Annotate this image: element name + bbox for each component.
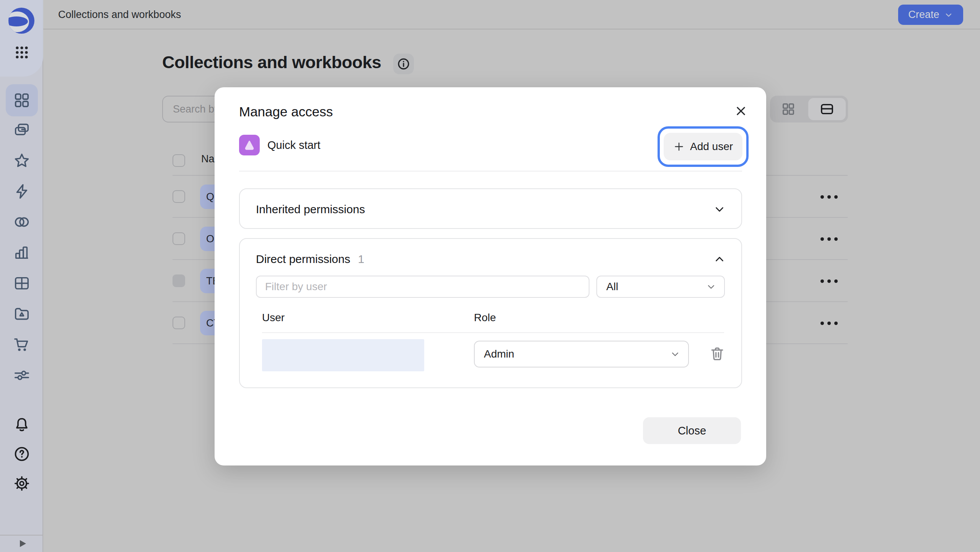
chevron-down-icon xyxy=(944,10,953,20)
sidebar-item-folder-cloud-icon[interactable] xyxy=(13,305,31,323)
apps-grid-icon[interactable] xyxy=(14,45,29,60)
role-select-value: Admin xyxy=(475,348,670,360)
chevron-down-icon xyxy=(706,281,716,292)
modal-title: Manage access xyxy=(239,104,333,119)
inherited-permissions-title: Inherited permissions xyxy=(256,203,365,216)
help-icon[interactable] xyxy=(13,445,31,463)
gear-icon[interactable] xyxy=(13,475,31,492)
sidebar-item-table-icon[interactable] xyxy=(13,274,31,292)
permission-type-select[interactable]: All xyxy=(596,276,725,298)
filter-by-user-input[interactable] xyxy=(256,276,589,298)
sidebar-item-linked-circles-icon[interactable] xyxy=(13,213,31,231)
sidebar-item-collections-grid-icon[interactable] xyxy=(13,91,31,109)
row-menu-ellipsis-icon[interactable] xyxy=(820,234,847,244)
direct-permissions-title: Direct permissions1 xyxy=(256,253,364,266)
close-button[interactable]: Close xyxy=(643,417,741,444)
role-column-header: Role xyxy=(474,312,496,324)
permission-type-select-value: All xyxy=(597,281,706,293)
sidebar-item-favorites-star-icon[interactable] xyxy=(13,152,31,170)
view-toggle xyxy=(770,96,848,122)
row-checkbox[interactable] xyxy=(173,232,185,245)
datalens-logo-icon[interactable] xyxy=(8,7,35,34)
workbook-icon xyxy=(239,135,260,155)
row-checkbox[interactable] xyxy=(173,317,185,329)
row-checkbox[interactable] xyxy=(173,274,185,287)
list-view-active-segment[interactable] xyxy=(808,98,846,120)
direct-permissions-count: 1 xyxy=(358,253,365,265)
plus-icon xyxy=(673,141,685,152)
inherited-permissions-panel[interactable]: Inherited permissions xyxy=(239,188,742,229)
sidebar-item-lightning-icon[interactable] xyxy=(13,183,31,200)
topbar: Collections and workbooks Create xyxy=(43,0,980,29)
manage-access-modal: Manage access Quick start Add user Inher… xyxy=(215,87,766,465)
sidebar xyxy=(0,0,43,552)
row-checkbox[interactable] xyxy=(173,190,185,203)
grid-view-icon[interactable] xyxy=(781,101,796,117)
close-icon[interactable] xyxy=(732,102,750,120)
user-column-header: User xyxy=(262,312,285,324)
create-button[interactable]: Create xyxy=(898,5,963,25)
row-menu-ellipsis-icon[interactable] xyxy=(820,191,847,202)
modal-divider xyxy=(239,171,742,171)
direct-permissions-panel: Direct permissions1 All User Role Admin xyxy=(239,238,742,388)
create-button-label: Create xyxy=(908,9,939,21)
row-menu-ellipsis-icon[interactable] xyxy=(820,276,847,286)
add-user-button[interactable]: Add user xyxy=(664,133,742,160)
role-select[interactable]: Admin xyxy=(474,341,689,367)
sidebar-item-cart-icon[interactable] xyxy=(13,336,31,353)
entity-name: Quick start xyxy=(267,135,321,155)
chevron-down-icon xyxy=(670,349,680,359)
bell-icon[interactable] xyxy=(13,416,31,434)
user-name-redacted xyxy=(262,339,424,371)
page-title: Collections and workbooks xyxy=(162,52,381,72)
trash-icon[interactable] xyxy=(709,345,726,362)
expand-sidebar-icon[interactable] xyxy=(18,539,28,549)
add-user-label: Add user xyxy=(690,140,733,153)
chevron-up-icon[interactable] xyxy=(713,253,726,266)
sidebar-item-folders-icon[interactable] xyxy=(13,121,31,139)
add-user-focus-ring: Add user xyxy=(658,126,749,167)
select-all-checkbox[interactable] xyxy=(173,154,185,167)
screen: Collections and workbooks Create Collect… xyxy=(0,0,980,552)
row-menu-ellipsis-icon[interactable] xyxy=(820,318,847,328)
permissions-table-divider xyxy=(262,332,724,333)
sidebar-item-sliders-icon[interactable] xyxy=(13,366,31,384)
list-view-icon xyxy=(819,101,835,117)
chevron-down-icon[interactable] xyxy=(713,203,726,216)
sidebar-item-bar-chart-icon[interactable] xyxy=(13,244,31,261)
breadcrumb[interactable]: Collections and workbooks xyxy=(58,0,181,29)
info-icon[interactable] xyxy=(393,54,414,74)
sidebar-footer-divider xyxy=(0,535,43,536)
